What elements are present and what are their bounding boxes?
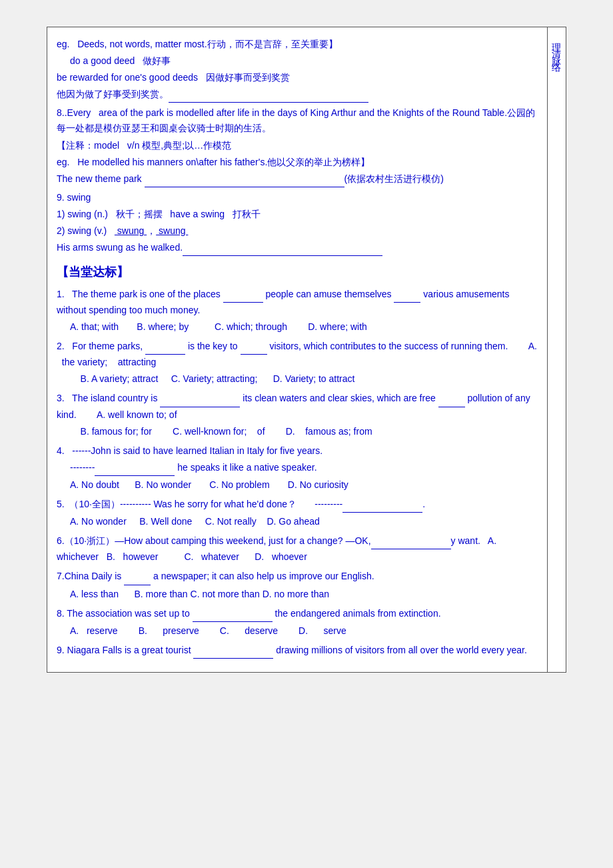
sidebar-char-4: 络: [551, 55, 563, 57]
q2-text: 2. For theme parks, is the key to visito…: [57, 339, 538, 370]
q8-text: 8. The association was set up to the end…: [57, 606, 538, 622]
line-9-eg: His arms swung as he walked.: [57, 240, 538, 256]
q8-options: A. reserve B. preserve C. deserve D. ser…: [70, 623, 538, 639]
question-6: 6.（10·浙江）—How about camping this weekend…: [57, 533, 538, 565]
line-8-main: 8..Every area of the park is modelled af…: [57, 105, 538, 136]
question-4: 4. ------John is said to have learned It…: [57, 443, 538, 493]
line-8-fill: The new theme park (依据农村生活进行模仿): [57, 171, 538, 187]
q6-text: 6.（10·浙江）—How about camping this weekend…: [57, 533, 538, 565]
q1-text: 1. The theme park is one of the places p…: [57, 287, 538, 318]
question-1: 1. The theme park is one of the places p…: [57, 287, 538, 335]
q5-options: A. No wonder B. Well done C. Not really …: [70, 514, 538, 529]
sidebar-char-1: 理: [551, 35, 563, 37]
question-8: 8. The association was set up to the end…: [57, 606, 538, 639]
top-section: eg. Deeds, not words, matter most.行动，而不是…: [57, 37, 538, 103]
section-title: 【当堂达标】: [57, 263, 538, 283]
question-7: 7.China Daily is a newspaper; it can als…: [57, 569, 538, 601]
line-9-title: 9. swing: [57, 190, 538, 205]
q3-options: B. famous for; for C. well-known for; of…: [70, 424, 538, 439]
line-1: eg. Deeds, not words, matter most.行动，而不是…: [57, 37, 538, 52]
q7-options: A. less than B. more than C. not more th…: [70, 587, 538, 602]
q5-text: 5. （10·全国）---------- Was he sorry for wh…: [57, 497, 538, 513]
sidebar-char-3: 脉: [551, 49, 563, 50]
section-8: 8..Every area of the park is modelled af…: [57, 105, 538, 187]
line-2: do a good deed 做好事: [57, 53, 538, 69]
question-3: 3. The island country is its clean water…: [57, 391, 538, 439]
q4-text2: -------- he speaks it like a native spea…: [57, 460, 538, 476]
section-9: 9. swing 1) swing (n.) 秋千；摇摆 have a swin…: [57, 190, 538, 256]
line-4: 他因为做了好事受到奖赏。: [57, 87, 538, 103]
q4-options: A. No doubt B. No wonder C. No problem D…: [70, 477, 538, 493]
sidebar-char-2: 清: [551, 42, 563, 43]
q3-text: 3. The island country is its clean water…: [57, 391, 538, 422]
line-8-eg: eg. He modelled his manners on\after his…: [57, 155, 538, 170]
line-9-1: 1) swing (n.) 秋千；摇摆 have a swing 打秋千: [57, 207, 538, 222]
sidebar: 理 清 脉 络: [548, 27, 566, 673]
line-3: be rewarded for one's good deeds 因做好事而受到…: [57, 70, 538, 85]
q1-options: A. that; with B. where; by C. which; thr…: [70, 319, 538, 335]
line-8-note: 【注释：model v/n 模型,典型;以…作模范: [57, 138, 538, 153]
question-9: 9. Niagara Falls is a great tourist draw…: [57, 643, 538, 659]
q9-text: 9. Niagara Falls is a great tourist draw…: [57, 643, 538, 659]
line-9-2: 2) swing (v.) swung ， swung: [57, 223, 538, 239]
question-5: 5. （10·全国）---------- Was he sorry for wh…: [57, 497, 538, 529]
page-wrapper: eg. Deeds, not words, matter most.行动，而不是…: [47, 27, 566, 673]
q7-text: 7.China Daily is a newspaper; it can als…: [57, 569, 538, 585]
main-content: eg. Deeds, not words, matter most.行动，而不是…: [47, 27, 548, 673]
question-2: 2. For theme parks, is the key to visito…: [57, 339, 538, 387]
q2-options: B. A variety; attract C. Variety; attrac…: [70, 371, 538, 387]
q4-text1: 4. ------John is said to have learned It…: [57, 443, 538, 459]
